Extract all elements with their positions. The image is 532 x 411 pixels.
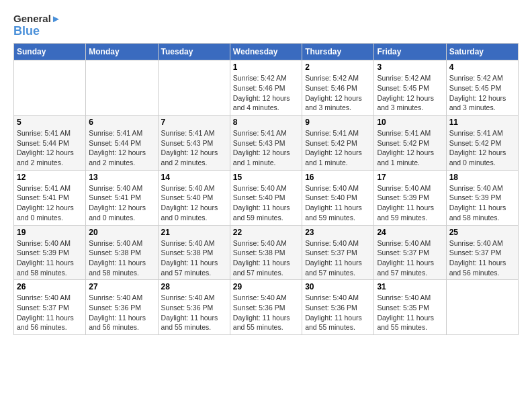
day-number: 4 bbox=[449, 62, 515, 72]
calendar-cell: 14Sunrise: 5:40 AMSunset: 5:40 PMDayligh… bbox=[158, 170, 230, 225]
day-header-thursday: Thursday bbox=[302, 44, 374, 60]
calendar-cell: 15Sunrise: 5:40 AMSunset: 5:40 PMDayligh… bbox=[230, 170, 302, 225]
calendar-cell: 26Sunrise: 5:40 AMSunset: 5:37 PMDayligh… bbox=[14, 280, 86, 335]
calendar-cell: 20Sunrise: 5:40 AMSunset: 5:38 PMDayligh… bbox=[86, 225, 158, 280]
calendar-week-3: 12Sunrise: 5:41 AMSunset: 5:41 PMDayligh… bbox=[14, 170, 519, 225]
day-number: 24 bbox=[377, 228, 443, 237]
day-info: Sunrise: 5:42 AMSunset: 5:46 PMDaylight:… bbox=[233, 73, 299, 113]
calendar-cell: 31Sunrise: 5:40 AMSunset: 5:35 PMDayligh… bbox=[374, 280, 446, 335]
calendar-cell: 5Sunrise: 5:41 AMSunset: 5:44 PMDaylight… bbox=[14, 116, 86, 171]
calendar-cell bbox=[86, 60, 158, 116]
calendar-cell: 24Sunrise: 5:40 AMSunset: 5:37 PMDayligh… bbox=[374, 225, 446, 280]
calendar-cell: 16Sunrise: 5:40 AMSunset: 5:40 PMDayligh… bbox=[302, 170, 374, 225]
calendar-cell bbox=[446, 280, 518, 335]
day-info: Sunrise: 5:40 AMSunset: 5:40 PMDaylight:… bbox=[161, 183, 227, 223]
calendar-cell bbox=[14, 60, 86, 116]
day-info: Sunrise: 5:41 AMSunset: 5:42 PMDaylight:… bbox=[449, 128, 515, 168]
day-header-tuesday: Tuesday bbox=[158, 44, 230, 60]
logo-text: General► Blue bbox=[13, 13, 61, 38]
day-number: 5 bbox=[17, 118, 83, 127]
day-info: Sunrise: 5:41 AMSunset: 5:44 PMDaylight:… bbox=[89, 128, 154, 168]
calendar-cell: 3Sunrise: 5:42 AMSunset: 5:45 PMDaylight… bbox=[374, 60, 446, 116]
calendar-week-1: 1Sunrise: 5:42 AMSunset: 5:46 PMDaylight… bbox=[14, 60, 519, 116]
day-number: 9 bbox=[305, 118, 371, 127]
day-number: 29 bbox=[233, 282, 299, 291]
day-header-monday: Monday bbox=[86, 44, 158, 60]
day-info: Sunrise: 5:40 AMSunset: 5:38 PMDaylight:… bbox=[161, 238, 227, 278]
day-info: Sunrise: 5:42 AMSunset: 5:45 PMDaylight:… bbox=[377, 73, 443, 113]
day-number: 14 bbox=[161, 173, 227, 182]
day-info: Sunrise: 5:40 AMSunset: 5:36 PMDaylight:… bbox=[161, 293, 227, 332]
day-number: 20 bbox=[89, 228, 154, 237]
day-number: 22 bbox=[233, 228, 299, 237]
day-number: 30 bbox=[305, 282, 371, 291]
day-info: Sunrise: 5:40 AMSunset: 5:39 PMDaylight:… bbox=[449, 183, 515, 223]
calendar-cell: 7Sunrise: 5:41 AMSunset: 5:43 PMDaylight… bbox=[158, 116, 230, 171]
day-header-wednesday: Wednesday bbox=[230, 44, 302, 60]
day-info: Sunrise: 5:40 AMSunset: 5:37 PMDaylight:… bbox=[449, 238, 515, 278]
calendar-cell: 19Sunrise: 5:40 AMSunset: 5:39 PMDayligh… bbox=[14, 225, 86, 280]
day-info: Sunrise: 5:42 AMSunset: 5:46 PMDaylight:… bbox=[305, 73, 371, 113]
day-number: 23 bbox=[305, 228, 371, 237]
day-number: 10 bbox=[377, 118, 443, 127]
day-number: 8 bbox=[233, 118, 299, 127]
day-number: 12 bbox=[17, 173, 83, 182]
day-number: 13 bbox=[89, 173, 154, 182]
day-number: 16 bbox=[305, 173, 371, 182]
calendar-cell: 25Sunrise: 5:40 AMSunset: 5:37 PMDayligh… bbox=[446, 225, 518, 280]
day-info: Sunrise: 5:40 AMSunset: 5:38 PMDaylight:… bbox=[89, 238, 154, 278]
calendar-cell: 18Sunrise: 5:40 AMSunset: 5:39 PMDayligh… bbox=[446, 170, 518, 225]
day-number: 26 bbox=[17, 282, 83, 291]
calendar-cell: 2Sunrise: 5:42 AMSunset: 5:46 PMDaylight… bbox=[302, 60, 374, 116]
calendar-cell bbox=[158, 60, 230, 116]
day-number: 25 bbox=[449, 228, 515, 237]
calendar-cell: 12Sunrise: 5:41 AMSunset: 5:41 PMDayligh… bbox=[14, 170, 86, 225]
day-number: 18 bbox=[449, 173, 515, 182]
calendar-header-row: SundayMondayTuesdayWednesdayThursdayFrid… bbox=[14, 44, 519, 60]
page-header: General► Blue bbox=[13, 13, 519, 38]
calendar-cell: 8Sunrise: 5:41 AMSunset: 5:43 PMDaylight… bbox=[230, 116, 302, 171]
day-info: Sunrise: 5:40 AMSunset: 5:39 PMDaylight:… bbox=[377, 183, 443, 223]
calendar-cell: 23Sunrise: 5:40 AMSunset: 5:37 PMDayligh… bbox=[302, 225, 374, 280]
day-info: Sunrise: 5:40 AMSunset: 5:36 PMDaylight:… bbox=[89, 293, 154, 332]
day-info: Sunrise: 5:40 AMSunset: 5:40 PMDaylight:… bbox=[233, 183, 299, 223]
calendar-cell: 4Sunrise: 5:42 AMSunset: 5:45 PMDaylight… bbox=[446, 60, 518, 116]
calendar-cell: 10Sunrise: 5:41 AMSunset: 5:42 PMDayligh… bbox=[374, 116, 446, 171]
calendar-cell: 29Sunrise: 5:40 AMSunset: 5:36 PMDayligh… bbox=[230, 280, 302, 335]
day-info: Sunrise: 5:41 AMSunset: 5:44 PMDaylight:… bbox=[17, 128, 83, 168]
day-number: 15 bbox=[233, 173, 299, 182]
day-info: Sunrise: 5:40 AMSunset: 5:36 PMDaylight:… bbox=[233, 293, 299, 332]
calendar-cell: 17Sunrise: 5:40 AMSunset: 5:39 PMDayligh… bbox=[374, 170, 446, 225]
calendar-cell: 11Sunrise: 5:41 AMSunset: 5:42 PMDayligh… bbox=[446, 116, 518, 171]
day-info: Sunrise: 5:41 AMSunset: 5:42 PMDaylight:… bbox=[305, 128, 371, 168]
day-number: 2 bbox=[305, 62, 371, 72]
calendar-cell: 30Sunrise: 5:40 AMSunset: 5:36 PMDayligh… bbox=[302, 280, 374, 335]
day-info: Sunrise: 5:41 AMSunset: 5:41 PMDaylight:… bbox=[17, 183, 83, 223]
day-number: 19 bbox=[17, 228, 83, 237]
calendar-cell: 9Sunrise: 5:41 AMSunset: 5:42 PMDaylight… bbox=[302, 116, 374, 171]
calendar-cell: 22Sunrise: 5:40 AMSunset: 5:38 PMDayligh… bbox=[230, 225, 302, 280]
day-info: Sunrise: 5:40 AMSunset: 5:40 PMDaylight:… bbox=[305, 183, 371, 223]
day-info: Sunrise: 5:40 AMSunset: 5:36 PMDaylight:… bbox=[305, 293, 371, 332]
day-number: 28 bbox=[161, 282, 227, 291]
day-header-sunday: Sunday bbox=[14, 44, 86, 60]
day-number: 31 bbox=[377, 282, 443, 291]
day-number: 3 bbox=[377, 62, 443, 72]
day-info: Sunrise: 5:42 AMSunset: 5:45 PMDaylight:… bbox=[449, 73, 515, 113]
calendar-body: 1Sunrise: 5:42 AMSunset: 5:46 PMDaylight… bbox=[14, 60, 519, 335]
day-number: 21 bbox=[161, 228, 227, 237]
day-info: Sunrise: 5:40 AMSunset: 5:41 PMDaylight:… bbox=[89, 183, 154, 223]
calendar-cell: 6Sunrise: 5:41 AMSunset: 5:44 PMDaylight… bbox=[86, 116, 158, 171]
day-info: Sunrise: 5:40 AMSunset: 5:37 PMDaylight:… bbox=[17, 293, 83, 332]
day-number: 1 bbox=[233, 62, 299, 72]
calendar-week-4: 19Sunrise: 5:40 AMSunset: 5:39 PMDayligh… bbox=[14, 225, 519, 280]
calendar-week-2: 5Sunrise: 5:41 AMSunset: 5:44 PMDaylight… bbox=[14, 116, 519, 171]
day-info: Sunrise: 5:41 AMSunset: 5:43 PMDaylight:… bbox=[233, 128, 299, 168]
day-info: Sunrise: 5:40 AMSunset: 5:37 PMDaylight:… bbox=[377, 238, 443, 278]
day-info: Sunrise: 5:40 AMSunset: 5:39 PMDaylight:… bbox=[17, 238, 83, 278]
day-info: Sunrise: 5:40 AMSunset: 5:37 PMDaylight:… bbox=[305, 238, 371, 278]
day-number: 11 bbox=[449, 118, 515, 127]
day-info: Sunrise: 5:40 AMSunset: 5:38 PMDaylight:… bbox=[233, 238, 299, 278]
logo: General► Blue bbox=[13, 13, 61, 38]
calendar-week-5: 26Sunrise: 5:40 AMSunset: 5:37 PMDayligh… bbox=[14, 280, 519, 335]
